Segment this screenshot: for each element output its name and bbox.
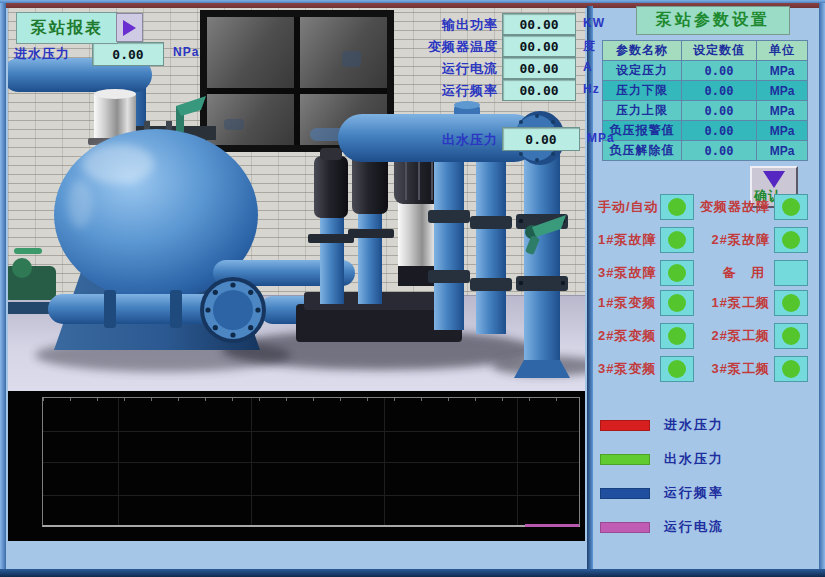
indicator-label: 3#泵故障: [598, 264, 656, 282]
status-lamp: [774, 227, 808, 253]
status-lamp: [774, 260, 808, 286]
status-lamp: [774, 323, 808, 349]
outlet-pressure-unit: MPa: [587, 131, 615, 145]
indicator-label: 1#泵工频: [698, 294, 770, 312]
status-lamp: [660, 260, 694, 286]
indicator-label: 3#泵工频: [698, 360, 770, 378]
col-header-unit: 单位: [757, 41, 808, 61]
settings-panel-title: 泵站参数设置: [636, 6, 790, 35]
outlet-pressure-value: 0.00: [502, 127, 580, 151]
pump-unit-2: [352, 142, 388, 304]
run-frequency-label: 运行频率: [442, 82, 498, 100]
indicator-label: 备 用: [698, 264, 770, 282]
pump-station-hmi: 泵站报表 进水压力 0.00 NPa 输出功率 00.00 KW 变频器温度 0…: [0, 0, 825, 577]
setting-unit: MPa: [757, 61, 808, 81]
indicator-label: 变频器故障: [698, 198, 770, 216]
status-lamp: [660, 323, 694, 349]
setting-value[interactable]: 0.00: [682, 101, 757, 121]
legend-label: 出水压力: [664, 450, 724, 468]
trend-plot-area: [42, 397, 580, 527]
current-trace-baseline: [525, 524, 579, 527]
col-header-value: 设定数值: [682, 41, 757, 61]
status-lamp: [774, 194, 808, 220]
inlet-pressure-value: 0.00: [92, 42, 164, 66]
inverter-temp-value: 00.00: [502, 35, 576, 57]
setting-unit: MPa: [757, 81, 808, 101]
legend-swatch-current: [600, 522, 650, 533]
output-power-label: 输出功率: [442, 16, 498, 34]
setting-name: 设定压力: [603, 61, 682, 81]
indicator-label: 1#泵变频: [598, 294, 656, 312]
output-power-unit: KW: [583, 16, 605, 30]
setting-value[interactable]: 0.00: [682, 121, 757, 141]
setting-value[interactable]: 0.00: [682, 141, 757, 161]
triangle-down-icon: [763, 171, 785, 188]
legend-label: 进水压力: [664, 416, 724, 434]
trend-chart: [8, 391, 585, 541]
legend-swatch-inlet: [600, 420, 650, 431]
axis-ticks: [43, 398, 579, 401]
run-frequency-unit: Hz: [583, 82, 600, 96]
indicator-label: 2#泵变频: [598, 327, 656, 345]
frame-top: [0, 0, 825, 3]
legend-label: 运行电流: [664, 518, 724, 536]
run-frequency-value: 00.00: [502, 79, 576, 101]
setting-value[interactable]: 0.00: [682, 81, 757, 101]
report-button[interactable]: 泵站报表: [16, 12, 118, 44]
setting-unit: MPa: [757, 141, 808, 161]
setting-unit: MPa: [757, 101, 808, 121]
legend-swatch-outlet: [600, 454, 650, 465]
indicator-label: 2#泵工频: [698, 327, 770, 345]
legend-swatch-frequency: [600, 488, 650, 499]
frame-right: [819, 0, 825, 577]
status-lamp: [660, 356, 694, 382]
frame-left: [0, 0, 6, 577]
status-lamp: [660, 290, 694, 316]
status-lamp: [660, 194, 694, 220]
setting-name: 压力上限: [603, 101, 682, 121]
indicator-label: 2#泵故障: [698, 231, 770, 249]
setting-name: 压力下限: [603, 81, 682, 101]
run-current-label: 运行电流: [442, 60, 498, 78]
run-current-value: 00.00: [502, 57, 576, 79]
play-icon: [123, 20, 136, 36]
settings-table: 参数名称 设定数值 单位 设定压力 0.00 MPa 压力下限 0.00 MPa…: [602, 40, 808, 161]
setting-value[interactable]: 0.00: [682, 61, 757, 81]
status-lamp: [774, 356, 808, 382]
indicator-label: 手动/自动: [598, 198, 656, 216]
status-lamp: [774, 290, 808, 316]
frame-bottom: [0, 569, 825, 577]
output-power-value: 00.00: [502, 13, 576, 35]
run-current-unit: A: [583, 60, 593, 74]
legend-label: 运行频率: [664, 484, 724, 502]
inlet-pressure-unit: NPa: [173, 45, 199, 59]
indicator-label: 1#泵故障: [598, 231, 656, 249]
indicator-label: 3#泵变频: [598, 360, 656, 378]
inlet-pressure-label: 进水压力: [14, 45, 70, 63]
inverter-temp-unit: 度: [583, 38, 596, 55]
status-lamp: [660, 227, 694, 253]
outlet-pressure-label: 出水压力: [442, 131, 498, 149]
col-header-name: 参数名称: [603, 41, 682, 61]
report-nav-button[interactable]: [116, 13, 143, 42]
inverter-temp-label: 变频器温度: [428, 38, 498, 56]
setting-unit: MPa: [757, 121, 808, 141]
